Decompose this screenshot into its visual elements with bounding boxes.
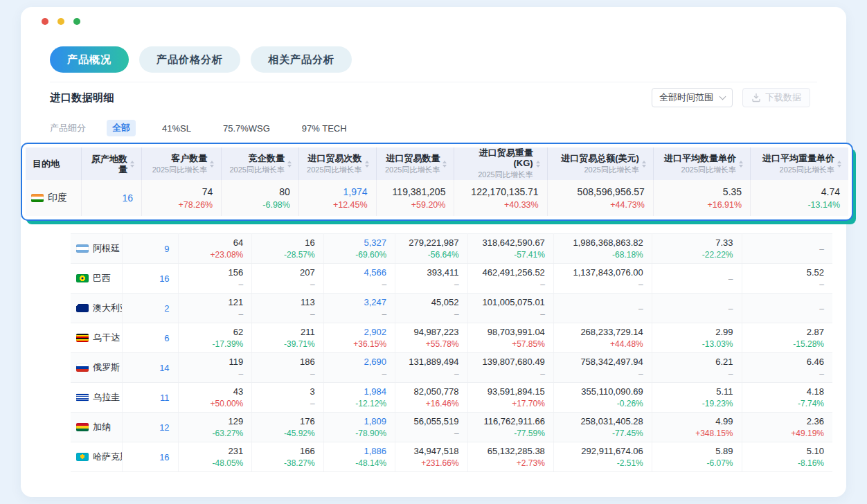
origin-count-link[interactable]: 6 [164,333,169,343]
filter-option-41sl[interactable]: 41%SL [157,121,197,136]
yoy-change: -57.41% [468,249,545,260]
avg-quantity-price-cell: – [652,294,742,323]
filter-option-97tech[interactable]: 97% TECH [296,121,352,136]
sort-icon[interactable] [287,161,292,168]
cell-value: 355,110,090.69 [554,386,643,397]
avg-quantity-price-cell: 5.35+16.91% [653,180,750,216]
cell-value: 268,233,729.14 [554,326,643,338]
filter-option-all[interactable]: 全部 [107,120,136,136]
tab-related-product-analysis[interactable]: 相关产品分析 [251,46,352,73]
column-header-trade-weight[interactable]: 进口贸易重量(KG)2025同比增长率 [454,147,547,180]
origin-count-link[interactable]: 16 [122,192,133,204]
avg-weight-price-cell: 5.52– [742,264,832,294]
trade-amount-cell: 758,342,497.94– [553,353,652,383]
table-row-russia[interactable]: 俄罗斯14119–186–2,690–131,889,494–139,807,6… [71,353,832,383]
yoy-change: -8.16% [742,458,824,469]
sort-icon[interactable] [642,161,646,168]
origin-count-link[interactable]: 2 [164,303,169,314]
country-name: 加纳 [93,421,111,433]
cell-value: 231 [179,445,244,457]
avg-weight-price-cell: – [742,234,832,264]
column-title: 客户数量 [152,153,207,163]
highlighted-row-india[interactable]: 印度1674+78.26%80-6.98%1,974+12.45%119,381… [26,180,848,216]
trade-count-cell: 3,247– [323,294,395,323]
column-subtitle: 2025同比增长率 [561,165,639,175]
trade-weight-cell: 318,642,590.67-57.41% [467,234,553,264]
origin-count-link[interactable]: 16 [159,273,169,284]
column-header-competitor-count[interactable]: 竞企数量2025同比增长率 [222,147,299,180]
flag-india-icon [31,194,44,202]
sort-icon[interactable] [837,161,841,168]
cell-value: 93,591,894.15 [468,386,545,397]
yoy-change: -0.26% [554,398,643,409]
trade-count-link[interactable]: 1,984 [324,386,386,397]
cell-value: 393,411 [395,267,459,278]
trade-count-cell: 1,809-78.90% [323,413,395,442]
sort-icon[interactable] [443,161,447,168]
origin-count-link[interactable]: 9 [164,244,169,254]
table-row-argentina[interactable]: 阿根廷964+23.08%16-28.57%5,327-69.60%279,22… [71,234,832,264]
yoy-change: -12.12% [324,398,386,409]
close-window-icon[interactable] [42,18,48,25]
yoy-change: – [395,368,459,379]
origin-count-link[interactable]: 12 [159,422,169,433]
origin-count-cell: 16 [123,442,178,472]
trade-weight-cell: 93,591,894.15+17.70% [467,383,553,413]
table-row-brazil[interactable]: 巴西16156–207–4,566–393,411–462,491,256.52… [71,264,832,294]
download-data-button[interactable]: 下载数据 [742,88,810,107]
yoy-change: +2.73% [468,458,545,469]
minimize-window-icon[interactable] [57,18,64,25]
tab-product-price-analysis[interactable]: 产品价格分析 [139,46,240,73]
cell-value: 80 [222,186,290,199]
avg-weight-price-cell: – [742,294,832,323]
yoy-change: – [652,303,733,314]
sort-icon[interactable] [536,161,540,168]
column-header-trade-amount[interactable]: 进口贸易总额(美元)2025同比增长率 [547,147,653,180]
table-row-kazakhstan[interactable]: 哈萨克斯坦16231-48.05%166-38.27%1,886-48.14%3… [71,442,832,472]
column-header-trade-quantity[interactable]: 进口贸易数量2025同比增长率 [376,147,454,180]
yoy-change: – [179,309,244,320]
column-header-avg-quantity-price[interactable]: 进口平均数量单价2025同比增长率 [653,147,750,180]
origin-count-link[interactable]: 11 [160,393,170,403]
trade-count-link[interactable]: 3,247 [324,296,386,308]
sort-icon[interactable] [210,161,214,168]
yoy-change: -38.27% [252,458,314,469]
table-row-australia[interactable]: 澳大利亚2121–113–3,247–45,052–101,005,075.01… [71,294,832,323]
origin-count-link[interactable]: 14 [159,363,169,373]
tab-product-overview[interactable]: 产品概况 [50,46,129,73]
sort-icon[interactable] [130,161,134,168]
trade-amount-cell: 1,986,368,863.82-68.18% [553,234,652,264]
flag-brazil-icon [76,274,89,282]
trade-count-link[interactable]: 1,886 [324,445,386,457]
cell-value: 292,911,674.06 [554,445,643,457]
trade-count-link[interactable]: 2,690 [324,356,386,368]
origin-count-link[interactable]: 16 [159,452,169,462]
column-header-avg-weight-price[interactable]: 进口平均重量单价2025同比增长率 [751,147,848,180]
avg-quantity-price-cell: 6.21– [652,353,742,383]
column-header-customer-count[interactable]: 客户数量2025同比增长率 [142,147,222,180]
sort-icon[interactable] [739,161,743,168]
yoy-change: – [252,398,314,409]
cell-value: 4.18 [742,386,824,397]
origin-count-cell: 14 [123,353,178,383]
cell-value: 258,031,405.28 [554,415,643,427]
time-range-select[interactable]: 全部时间范围 [652,88,733,107]
trade-count-link[interactable]: 1,809 [324,415,386,427]
trade-count-link[interactable]: 1,974 [299,186,368,199]
sort-icon[interactable] [365,161,369,168]
column-header-origin-count[interactable]: 原产地数量 [82,147,142,180]
trade-amount-cell: 258,031,405.28-77.45% [553,413,652,442]
column-header-trade-count[interactable]: 进口贸易次数2025同比增长率 [298,147,376,180]
trade-count-link[interactable]: 5,327 [324,237,386,249]
maximize-window-icon[interactable] [73,18,80,25]
table-row-uganda[interactable]: 乌干达662-17.39%211-39.71%2,902+36.15%94,98… [71,323,832,353]
yoy-change: +57.85% [468,339,545,350]
filter-option-757wsg[interactable]: 75.7%WSG [217,121,276,136]
app-window: 产品概况 产品价格分析 相关产品分析 进口数据明细 全部时间范围 下载数据 [21,7,846,497]
trade-count-link[interactable]: 2,902 [324,326,386,338]
table-row-ghana[interactable]: 加纳12129-63.27%176-45.92%1,809-78.90%56,0… [71,413,832,442]
country-cell: 乌干达 [71,323,123,353]
table-row-uruguay[interactable]: 乌拉圭1143+50.00%3–1,984-12.12%82,050,778+1… [71,383,832,413]
avg-weight-price-cell: 2.87-15.28% [742,323,832,353]
trade-count-link[interactable]: 4,566 [324,267,386,278]
